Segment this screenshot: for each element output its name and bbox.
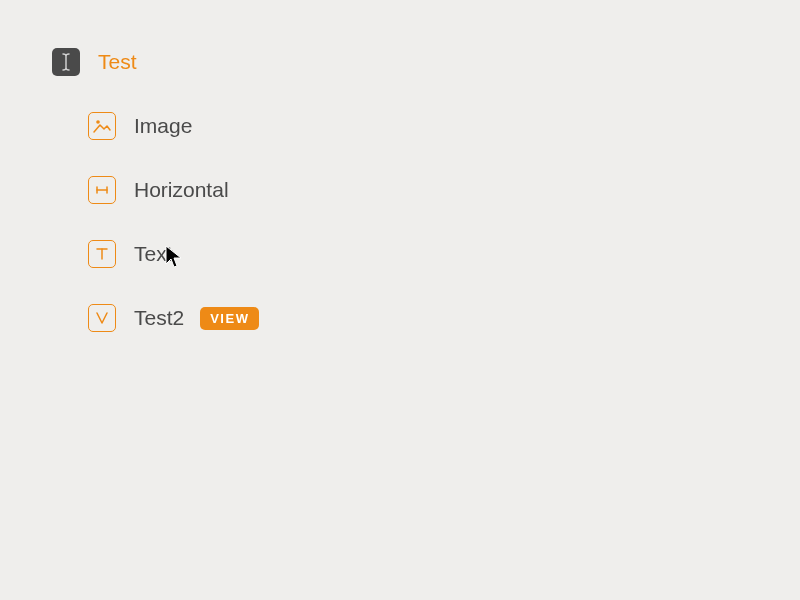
tree-root-label: Test (98, 50, 137, 74)
tree-item-test2[interactable]: Test2 VIEW (88, 286, 800, 350)
image-icon (88, 112, 116, 140)
svg-point-0 (96, 120, 100, 124)
tree-item-text[interactable]: Text (88, 222, 800, 286)
view-icon (88, 304, 116, 332)
tree-item-label: Text (134, 242, 173, 266)
tree-item-horizontal[interactable]: Horizontal (88, 158, 800, 222)
view-badge: VIEW (200, 307, 259, 330)
tree-item-label: Test2 (134, 306, 184, 330)
tree-item-label: Image (134, 114, 192, 138)
tree-item-label: Horizontal (134, 178, 229, 202)
tree-root[interactable]: Test (52, 30, 800, 94)
text-cursor-icon (52, 48, 80, 76)
component-tree: Test Image Horizontal Text (0, 0, 800, 350)
horizontal-icon (88, 176, 116, 204)
tree-item-image[interactable]: Image (88, 94, 800, 158)
text-icon (88, 240, 116, 268)
